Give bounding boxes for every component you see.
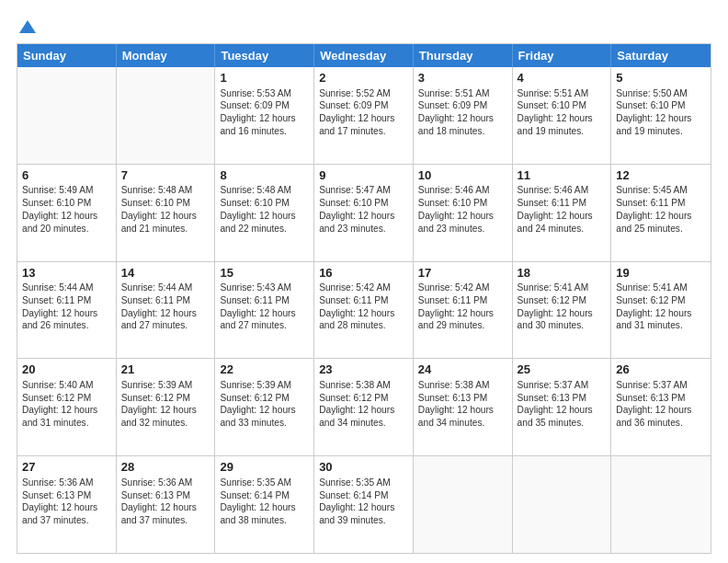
sunset-text: Sunset: 6:10 PM (418, 198, 487, 208)
daylight-text: Daylight: 12 hours and 16 minutes. (220, 113, 295, 136)
sunset-text: Sunset: 6:13 PM (22, 490, 91, 500)
day-number: 24 (418, 362, 507, 378)
day-number: 28 (121, 459, 210, 476)
calendar-cell: 29Sunrise: 5:35 AMSunset: 6:14 PMDayligh… (215, 456, 314, 553)
calendar-cell: 20Sunrise: 5:40 AMSunset: 6:12 PMDayligh… (17, 359, 117, 455)
sunset-text: Sunset: 6:11 PM (518, 198, 586, 208)
sunrise-text: Sunrise: 5:48 AM (121, 185, 193, 195)
daylight-text: Daylight: 12 hours and 37 minutes. (121, 502, 197, 525)
calendar-cell: 22Sunrise: 5:39 AMSunset: 6:12 PMDayligh… (215, 359, 314, 455)
sunrise-text: Sunrise: 5:53 AM (220, 88, 291, 98)
calendar-header-cell: Friday (513, 44, 612, 67)
calendar-cell: 13Sunrise: 5:44 AMSunset: 6:11 PMDayligh… (17, 262, 117, 359)
day-number: 4 (518, 70, 607, 86)
calendar-cell: 11Sunrise: 5:46 AMSunset: 6:11 PMDayligh… (513, 165, 612, 261)
sunrise-text: Sunrise: 5:36 AM (121, 477, 193, 488)
calendar-cell: 2Sunrise: 5:52 AMSunset: 6:09 PMDaylight… (314, 67, 414, 164)
daylight-text: Daylight: 12 hours and 24 minutes. (518, 211, 593, 234)
day-number: 29 (220, 459, 309, 476)
calendar-cell: 14Sunrise: 5:44 AMSunset: 6:11 PMDayligh… (117, 262, 216, 359)
calendar-header-cell: Tuesday (215, 44, 314, 67)
daylight-text: Daylight: 12 hours and 21 minutes. (121, 211, 197, 234)
sunset-text: Sunset: 6:12 PM (319, 393, 388, 403)
day-number: 12 (616, 167, 706, 184)
svg-marker-0 (19, 20, 36, 33)
calendar-cell: 15Sunrise: 5:43 AMSunset: 6:11 PMDayligh… (215, 262, 314, 359)
calendar-cell: 6Sunrise: 5:49 AMSunset: 6:10 PMDaylight… (17, 165, 117, 261)
sunset-text: Sunset: 6:13 PM (121, 490, 190, 500)
daylight-text: Daylight: 12 hours and 27 minutes. (220, 308, 295, 331)
sunset-text: Sunset: 6:13 PM (418, 393, 487, 403)
daylight-text: Daylight: 12 hours and 26 minutes. (22, 308, 97, 331)
sunset-text: Sunset: 6:12 PM (22, 393, 91, 403)
calendar-cell: 27Sunrise: 5:36 AMSunset: 6:13 PMDayligh… (17, 456, 117, 553)
sunset-text: Sunset: 6:09 PM (220, 100, 289, 110)
day-number: 2 (319, 70, 408, 86)
calendar-cell: 5Sunrise: 5:50 AMSunset: 6:10 PMDaylight… (611, 67, 711, 164)
sunrise-text: Sunrise: 5:35 AM (220, 477, 291, 488)
sunset-text: Sunset: 6:11 PM (22, 295, 91, 305)
day-number: 22 (220, 362, 309, 378)
day-number: 3 (418, 70, 507, 86)
daylight-text: Daylight: 12 hours and 20 minutes. (22, 211, 97, 234)
daylight-text: Daylight: 12 hours and 37 minutes. (22, 502, 97, 525)
daylight-text: Daylight: 12 hours and 39 minutes. (319, 502, 394, 525)
calendar-cell (17, 67, 117, 164)
logo-icon (19, 17, 36, 33)
calendar-cell: 3Sunrise: 5:51 AMSunset: 6:09 PMDaylight… (414, 67, 513, 164)
calendar-cell: 18Sunrise: 5:41 AMSunset: 6:12 PMDayligh… (513, 262, 612, 359)
calendar-week: 1Sunrise: 5:53 AMSunset: 6:09 PMDaylight… (17, 67, 711, 164)
sunset-text: Sunset: 6:13 PM (518, 393, 586, 403)
sunrise-text: Sunrise: 5:51 AM (418, 88, 490, 98)
day-number: 17 (418, 265, 507, 282)
calendar-cell (117, 67, 216, 164)
sunset-text: Sunset: 6:10 PM (616, 100, 685, 110)
sunrise-text: Sunrise: 5:39 AM (121, 380, 193, 390)
sunrise-text: Sunrise: 5:39 AM (220, 380, 291, 390)
day-number: 15 (220, 265, 309, 282)
day-number: 14 (121, 265, 210, 282)
sunset-text: Sunset: 6:10 PM (22, 198, 91, 208)
calendar-cell: 16Sunrise: 5:42 AMSunset: 6:11 PMDayligh… (314, 262, 414, 359)
calendar-header-row: SundayMondayTuesdayWednesdayThursdayFrid… (17, 44, 711, 67)
sunset-text: Sunset: 6:12 PM (518, 295, 586, 305)
sunrise-text: Sunrise: 5:40 AM (22, 380, 94, 390)
sunset-text: Sunset: 6:12 PM (616, 295, 685, 305)
calendar-cell: 28Sunrise: 5:36 AMSunset: 6:13 PMDayligh… (117, 456, 216, 553)
daylight-text: Daylight: 12 hours and 33 minutes. (220, 405, 295, 428)
day-number: 21 (121, 362, 210, 378)
sunrise-text: Sunrise: 5:43 AM (220, 282, 291, 293)
daylight-text: Daylight: 12 hours and 35 minutes. (518, 405, 593, 428)
calendar-cell: 7Sunrise: 5:48 AMSunset: 6:10 PMDaylight… (117, 165, 216, 261)
day-number: 13 (22, 265, 111, 282)
calendar-cell: 12Sunrise: 5:45 AMSunset: 6:11 PMDayligh… (611, 165, 711, 261)
daylight-text: Daylight: 12 hours and 23 minutes. (319, 211, 394, 234)
calendar-cell: 9Sunrise: 5:47 AMSunset: 6:10 PMDaylight… (314, 165, 414, 261)
calendar-cell: 8Sunrise: 5:48 AMSunset: 6:10 PMDaylight… (215, 165, 314, 261)
calendar-header-cell: Sunday (17, 44, 117, 67)
calendar-cell: 4Sunrise: 5:51 AMSunset: 6:10 PMDaylight… (513, 67, 612, 164)
page: SundayMondayTuesdayWednesdayThursdayFrid… (0, 0, 728, 563)
day-number: 16 (319, 265, 408, 282)
sunset-text: Sunset: 6:09 PM (319, 100, 388, 110)
day-number: 26 (616, 362, 706, 378)
calendar-week: 13Sunrise: 5:44 AMSunset: 6:11 PMDayligh… (17, 261, 711, 359)
calendar-cell (414, 456, 513, 553)
calendar-cell: 10Sunrise: 5:46 AMSunset: 6:10 PMDayligh… (414, 165, 513, 261)
logo (17, 17, 36, 36)
sunrise-text: Sunrise: 5:51 AM (518, 88, 589, 98)
sunrise-text: Sunrise: 5:45 AM (616, 185, 688, 195)
sunset-text: Sunset: 6:11 PM (121, 295, 190, 305)
sunrise-text: Sunrise: 5:46 AM (518, 185, 589, 195)
sunrise-text: Sunrise: 5:42 AM (418, 282, 490, 293)
calendar-cell: 30Sunrise: 5:35 AMSunset: 6:14 PMDayligh… (314, 456, 414, 553)
calendar-cell: 23Sunrise: 5:38 AMSunset: 6:12 PMDayligh… (314, 359, 414, 455)
day-number: 18 (518, 265, 607, 282)
day-number: 20 (22, 362, 111, 378)
sunrise-text: Sunrise: 5:37 AM (518, 380, 589, 390)
sunrise-text: Sunrise: 5:47 AM (319, 185, 391, 195)
day-number: 1 (220, 70, 309, 86)
sunrise-text: Sunrise: 5:44 AM (121, 282, 193, 293)
day-number: 25 (518, 362, 607, 378)
daylight-text: Daylight: 12 hours and 18 minutes. (418, 113, 494, 136)
